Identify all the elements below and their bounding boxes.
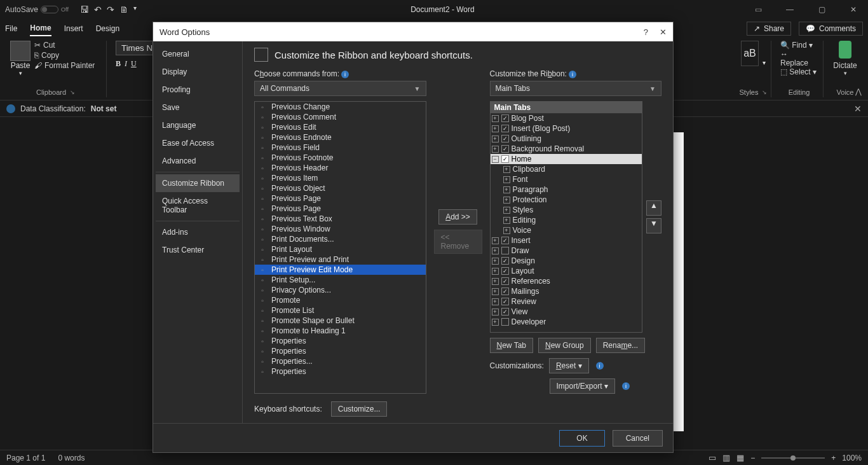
touch-icon[interactable]: 🗎 xyxy=(119,4,128,15)
dc-value[interactable]: Not set xyxy=(91,104,117,113)
sidebar-item-language[interactable]: Language xyxy=(156,116,240,134)
sidebar-item-addins[interactable]: Add-ins xyxy=(156,223,240,241)
tree-item-references[interactable]: +References xyxy=(491,276,642,286)
sidebar-item-general[interactable]: General xyxy=(156,45,240,63)
share-button[interactable]: ↗ Share xyxy=(747,22,791,36)
tab-home[interactable]: Home xyxy=(30,21,51,36)
command-item[interactable]: ▫Previous Object xyxy=(255,183,426,193)
info-icon[interactable]: i xyxy=(569,71,576,78)
move-up-button[interactable]: ▲ xyxy=(646,200,661,216)
command-item[interactable]: ▫Promote List xyxy=(255,305,426,316)
tree-item-draw[interactable]: +Draw xyxy=(491,246,642,256)
command-item[interactable]: ▫Print Preview and Print xyxy=(255,254,426,265)
dialog-launcher-icon[interactable]: ↘ xyxy=(70,89,75,95)
sidebar-item-customize-ribbon[interactable]: Customize Ribbon xyxy=(156,174,240,192)
ok-button[interactable]: OK xyxy=(559,430,604,447)
command-item[interactable]: ▫Print Setup... xyxy=(255,275,426,285)
undo-icon[interactable]: ↶ xyxy=(94,4,102,15)
underline-button[interactable]: U xyxy=(131,59,137,69)
sidebar-item-proofing[interactable]: Proofing xyxy=(156,81,240,99)
command-item[interactable]: ▫Properties... xyxy=(255,356,426,366)
close-icon[interactable]: ✕ xyxy=(854,104,862,114)
command-item[interactable]: ▫Previous Window xyxy=(255,224,426,234)
new-group-button[interactable]: New Group xyxy=(538,338,591,353)
styles-gallery[interactable]: aB xyxy=(741,41,759,66)
minimize-icon[interactable]: — xyxy=(780,5,799,14)
collapse-ribbon-icon[interactable]: ⋀ xyxy=(855,87,862,96)
customize-keyboard-button[interactable]: Customize... xyxy=(331,401,388,417)
rename-button[interactable]: Rename... xyxy=(596,338,645,353)
remove-button[interactable]: << Remove xyxy=(434,230,482,254)
command-item[interactable]: ▫Previous Header xyxy=(255,163,426,173)
tab-file[interactable]: File xyxy=(5,22,17,36)
close-icon[interactable]: ✕ xyxy=(844,5,863,14)
command-item[interactable]: ▫Properties xyxy=(255,346,426,356)
reset-button[interactable]: Reset ▾ xyxy=(549,358,589,373)
command-item[interactable]: ▫Promote to Heading 1 xyxy=(255,326,426,336)
tree-item-blog[interactable]: +Blog Post xyxy=(491,113,642,123)
bold-button[interactable]: B xyxy=(116,59,121,69)
ribbon-tree[interactable]: Main Tabs +Blog Post +Insert (Blog Post)… xyxy=(490,101,643,333)
sidebar-item-ease[interactable]: Ease of Access xyxy=(156,134,240,152)
page-status[interactable]: Page 1 of 1 xyxy=(6,454,45,462)
tree-item-mailings[interactable]: +Mailings xyxy=(491,286,642,296)
tree-item-protection[interactable]: +Protection xyxy=(502,195,642,205)
comments-button[interactable]: 💬 Comments xyxy=(799,22,863,36)
replace-button[interactable]: ↔ Replace xyxy=(780,50,818,67)
command-item[interactable]: ▫Privacy Options... xyxy=(255,285,426,295)
sidebar-item-trust[interactable]: Trust Center xyxy=(156,241,240,259)
command-item[interactable]: ▫Print Documents... xyxy=(255,234,426,244)
tree-item-developer[interactable]: +Developer xyxy=(491,317,642,327)
web-layout-icon[interactable]: ▦ xyxy=(736,453,744,462)
paste-button[interactable]: Paste ▾ xyxy=(10,41,31,76)
sidebar-item-save[interactable]: Save xyxy=(156,99,240,116)
command-item[interactable]: ▫Previous Endnote xyxy=(255,132,426,142)
find-button[interactable]: 🔍 Find ▾ xyxy=(780,41,818,50)
dialog-titlebar[interactable]: Word Options ? ✕ xyxy=(153,22,673,41)
tree-item-design[interactable]: +Design xyxy=(491,256,642,266)
format-painter-button[interactable]: 🖌Format Painter xyxy=(34,61,95,70)
tree-item-review[interactable]: +Review xyxy=(491,296,642,307)
command-item[interactable]: ▫Promote Shape or Bullet xyxy=(255,316,426,326)
tree-item-editing[interactable]: +Editing xyxy=(502,215,642,225)
dictate-button[interactable]: Dictate ▾ xyxy=(832,41,858,76)
tree-item-layout[interactable]: +Layout xyxy=(491,266,642,276)
autosave-toggle[interactable]: AutoSave Off xyxy=(5,5,69,14)
add-button[interactable]: Add >> xyxy=(438,209,477,225)
cut-button[interactable]: ✂Cut xyxy=(34,41,95,50)
command-item[interactable]: ▫Previous Text Box xyxy=(255,214,426,224)
commands-listbox[interactable]: ▫Previous Change▫Previous Comment▫Previo… xyxy=(254,101,426,394)
command-item[interactable]: ▫Previous Comment xyxy=(255,112,426,122)
command-item[interactable]: ▫Properties xyxy=(255,336,426,346)
tab-insert[interactable]: Insert xyxy=(64,22,83,36)
copy-button[interactable]: ⎘Copy xyxy=(34,51,95,60)
info-icon[interactable]: i xyxy=(622,382,630,390)
command-item[interactable]: ▫Previous Edit xyxy=(255,122,426,132)
tree-item-home[interactable]: −Home xyxy=(491,154,642,164)
customize-ribbon-combo[interactable]: Main Tabs ▼ xyxy=(490,81,662,96)
tree-item-bgremoval[interactable]: +Background Removal xyxy=(491,144,642,154)
zoom-slider[interactable] xyxy=(761,457,825,459)
command-item[interactable]: ▫Previous Change xyxy=(255,102,426,112)
info-icon[interactable]: i xyxy=(341,71,349,78)
tree-item-styles[interactable]: +Styles xyxy=(502,205,642,215)
select-button[interactable]: ⬚ Select ▾ xyxy=(780,67,818,76)
choose-commands-combo[interactable]: All Commands ▼ xyxy=(254,81,426,96)
word-count[interactable]: 0 words xyxy=(58,454,85,462)
dialog-launcher-icon[interactable]: ↘ xyxy=(762,89,767,95)
tree-item-clipboard[interactable]: +Clipboard xyxy=(502,164,642,174)
sidebar-item-qat[interactable]: Quick Access Toolbar xyxy=(156,192,240,219)
help-icon[interactable]: ? xyxy=(644,27,648,37)
tree-item-voice[interactable]: +Voice xyxy=(502,225,642,235)
sidebar-item-advanced[interactable]: Advanced xyxy=(156,152,240,170)
command-item[interactable]: ▫Print Layout xyxy=(255,244,426,254)
tab-design[interactable]: Design xyxy=(96,22,119,36)
read-mode-icon[interactable]: ▭ xyxy=(709,453,716,462)
tree-item-font[interactable]: +Font xyxy=(502,174,642,184)
close-icon[interactable]: ✕ xyxy=(660,27,667,37)
tree-item-insert[interactable]: +Insert xyxy=(491,235,642,246)
command-item[interactable]: ▫Print Preview Edit Mode xyxy=(255,265,426,275)
command-item[interactable]: ▫Previous Item xyxy=(255,173,426,183)
command-item[interactable]: ▫Promote xyxy=(255,295,426,305)
zoom-in-icon[interactable]: + xyxy=(831,454,836,462)
